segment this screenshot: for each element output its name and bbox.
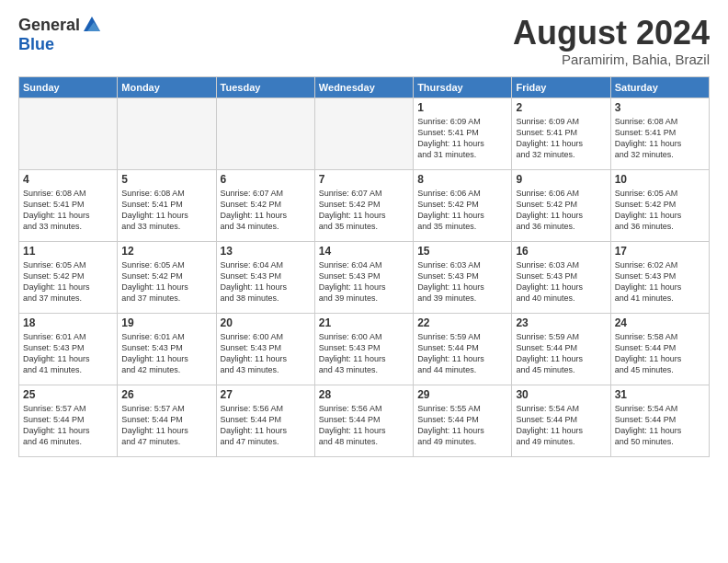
day-info: Sunrise: 6:00 AM Sunset: 5:43 PM Dayligh… — [319, 331, 409, 376]
title-block: August 2024 Paramirim, Bahia, Brazil — [513, 15, 710, 67]
day-cell: 9Sunrise: 6:06 AM Sunset: 5:42 PM Daylig… — [512, 169, 610, 241]
day-number: 31 — [615, 388, 705, 401]
day-number: 1 — [417, 101, 507, 114]
day-number: 16 — [516, 245, 606, 258]
col-header-friday: Friday — [512, 76, 610, 98]
week-row-4: 18Sunrise: 6:01 AM Sunset: 5:43 PM Dayli… — [19, 313, 710, 385]
day-info: Sunrise: 5:56 AM Sunset: 5:44 PM Dayligh… — [221, 403, 311, 448]
day-cell: 15Sunrise: 6:03 AM Sunset: 5:43 PM Dayli… — [414, 241, 512, 313]
month-title: August 2024 — [513, 15, 710, 52]
day-info: Sunrise: 5:57 AM Sunset: 5:44 PM Dayligh… — [121, 403, 211, 448]
day-info: Sunrise: 6:09 AM Sunset: 5:41 PM Dayligh… — [417, 116, 507, 161]
day-info: Sunrise: 6:06 AM Sunset: 5:42 PM Dayligh… — [417, 188, 507, 233]
day-cell: 8Sunrise: 6:06 AM Sunset: 5:42 PM Daylig… — [414, 169, 512, 241]
day-info: Sunrise: 6:01 AM Sunset: 5:43 PM Dayligh… — [23, 331, 113, 376]
day-cell — [19, 98, 118, 169]
day-cell: 17Sunrise: 6:02 AM Sunset: 5:43 PM Dayli… — [610, 241, 709, 313]
day-info: Sunrise: 5:55 AM Sunset: 5:44 PM Dayligh… — [417, 403, 507, 448]
day-number: 13 — [221, 245, 311, 258]
day-info: Sunrise: 6:05 AM Sunset: 5:42 PM Dayligh… — [615, 188, 705, 233]
week-row-2: 4Sunrise: 6:08 AM Sunset: 5:41 PM Daylig… — [19, 169, 710, 241]
day-cell — [314, 98, 413, 169]
calendar: SundayMondayTuesdayWednesdayThursdayFrid… — [18, 76, 710, 457]
day-number: 27 — [221, 388, 311, 401]
day-number: 18 — [23, 316, 113, 329]
day-cell: 3Sunrise: 6:08 AM Sunset: 5:41 PM Daylig… — [610, 98, 709, 169]
day-info: Sunrise: 6:07 AM Sunset: 5:42 PM Dayligh… — [221, 188, 311, 233]
day-info: Sunrise: 6:08 AM Sunset: 5:41 PM Dayligh… — [121, 188, 211, 233]
day-cell: 5Sunrise: 6:08 AM Sunset: 5:41 PM Daylig… — [118, 169, 216, 241]
logo-general-text: General — [18, 16, 80, 35]
day-number: 7 — [319, 173, 409, 186]
day-info: Sunrise: 5:56 AM Sunset: 5:44 PM Dayligh… — [319, 403, 409, 448]
day-info: Sunrise: 5:59 AM Sunset: 5:44 PM Dayligh… — [516, 331, 606, 376]
day-number: 5 — [121, 173, 211, 186]
col-header-sunday: Sunday — [19, 76, 118, 98]
location: Paramirim, Bahia, Brazil — [513, 52, 710, 67]
day-cell: 27Sunrise: 5:56 AM Sunset: 5:44 PM Dayli… — [216, 385, 314, 456]
day-cell: 6Sunrise: 6:07 AM Sunset: 5:42 PM Daylig… — [216, 169, 314, 241]
day-number: 17 — [615, 245, 705, 258]
day-info: Sunrise: 6:08 AM Sunset: 5:41 PM Dayligh… — [23, 188, 113, 233]
day-cell: 7Sunrise: 6:07 AM Sunset: 5:42 PM Daylig… — [314, 169, 413, 241]
day-cell: 14Sunrise: 6:04 AM Sunset: 5:43 PM Dayli… — [314, 241, 413, 313]
day-info: Sunrise: 6:04 AM Sunset: 5:43 PM Dayligh… — [319, 259, 409, 304]
day-number: 10 — [615, 173, 705, 186]
day-cell: 22Sunrise: 5:59 AM Sunset: 5:44 PM Dayli… — [414, 313, 512, 385]
day-cell — [118, 98, 216, 169]
day-info: Sunrise: 6:04 AM Sunset: 5:43 PM Dayligh… — [221, 259, 311, 304]
logo-icon — [82, 15, 102, 35]
col-header-tuesday: Tuesday — [216, 76, 314, 98]
day-cell: 12Sunrise: 6:05 AM Sunset: 5:42 PM Dayli… — [118, 241, 216, 313]
day-cell: 10Sunrise: 6:05 AM Sunset: 5:42 PM Dayli… — [610, 169, 709, 241]
calendar-header-row: SundayMondayTuesdayWednesdayThursdayFrid… — [19, 76, 710, 98]
day-info: Sunrise: 6:09 AM Sunset: 5:41 PM Dayligh… — [516, 116, 606, 161]
day-cell: 13Sunrise: 6:04 AM Sunset: 5:43 PM Dayli… — [216, 241, 314, 313]
day-cell: 29Sunrise: 5:55 AM Sunset: 5:44 PM Dayli… — [414, 385, 512, 456]
day-cell — [216, 98, 314, 169]
day-cell: 24Sunrise: 5:58 AM Sunset: 5:44 PM Dayli… — [610, 313, 709, 385]
day-number: 3 — [615, 101, 705, 114]
day-cell: 18Sunrise: 6:01 AM Sunset: 5:43 PM Dayli… — [19, 313, 118, 385]
day-info: Sunrise: 6:05 AM Sunset: 5:42 PM Dayligh… — [23, 259, 113, 304]
col-header-thursday: Thursday — [414, 76, 512, 98]
col-header-wednesday: Wednesday — [314, 76, 413, 98]
day-number: 4 — [23, 173, 113, 186]
day-cell: 26Sunrise: 5:57 AM Sunset: 5:44 PM Dayli… — [118, 385, 216, 456]
day-number: 22 — [417, 316, 507, 329]
col-header-monday: Monday — [118, 76, 216, 98]
week-row-3: 11Sunrise: 6:05 AM Sunset: 5:42 PM Dayli… — [19, 241, 710, 313]
header: General Blue August 2024 Paramirim, Bahi… — [18, 15, 710, 67]
day-number: 28 — [319, 388, 409, 401]
day-cell: 28Sunrise: 5:56 AM Sunset: 5:44 PM Dayli… — [314, 385, 413, 456]
day-info: Sunrise: 6:01 AM Sunset: 5:43 PM Dayligh… — [121, 331, 211, 376]
day-info: Sunrise: 6:06 AM Sunset: 5:42 PM Dayligh… — [516, 188, 606, 233]
day-cell: 25Sunrise: 5:57 AM Sunset: 5:44 PM Dayli… — [19, 385, 118, 456]
day-info: Sunrise: 6:02 AM Sunset: 5:43 PM Dayligh… — [615, 259, 705, 304]
day-cell: 23Sunrise: 5:59 AM Sunset: 5:44 PM Dayli… — [512, 313, 610, 385]
day-number: 26 — [121, 388, 211, 401]
day-info: Sunrise: 5:58 AM Sunset: 5:44 PM Dayligh… — [615, 331, 705, 376]
day-info: Sunrise: 5:54 AM Sunset: 5:44 PM Dayligh… — [615, 403, 705, 448]
day-number: 2 — [516, 101, 606, 114]
day-number: 15 — [417, 245, 507, 258]
day-cell: 21Sunrise: 6:00 AM Sunset: 5:43 PM Dayli… — [314, 313, 413, 385]
logo: General Blue — [18, 15, 102, 54]
day-cell: 19Sunrise: 6:01 AM Sunset: 5:43 PM Dayli… — [118, 313, 216, 385]
day-number: 14 — [319, 245, 409, 258]
day-number: 24 — [615, 316, 705, 329]
day-cell: 11Sunrise: 6:05 AM Sunset: 5:42 PM Dayli… — [19, 241, 118, 313]
day-info: Sunrise: 5:57 AM Sunset: 5:44 PM Dayligh… — [23, 403, 113, 448]
day-cell: 20Sunrise: 6:00 AM Sunset: 5:43 PM Dayli… — [216, 313, 314, 385]
logo-blue-text: Blue — [18, 35, 54, 54]
col-header-saturday: Saturday — [610, 76, 709, 98]
day-cell: 2Sunrise: 6:09 AM Sunset: 5:41 PM Daylig… — [512, 98, 610, 169]
day-info: Sunrise: 6:03 AM Sunset: 5:43 PM Dayligh… — [417, 259, 507, 304]
day-info: Sunrise: 6:03 AM Sunset: 5:43 PM Dayligh… — [516, 259, 606, 304]
day-number: 21 — [319, 316, 409, 329]
day-info: Sunrise: 6:08 AM Sunset: 5:41 PM Dayligh… — [615, 116, 705, 161]
day-number: 30 — [516, 388, 606, 401]
page: General Blue August 2024 Paramirim, Bahi… — [0, 0, 728, 563]
day-cell: 1Sunrise: 6:09 AM Sunset: 5:41 PM Daylig… — [414, 98, 512, 169]
day-info: Sunrise: 5:54 AM Sunset: 5:44 PM Dayligh… — [516, 403, 606, 448]
